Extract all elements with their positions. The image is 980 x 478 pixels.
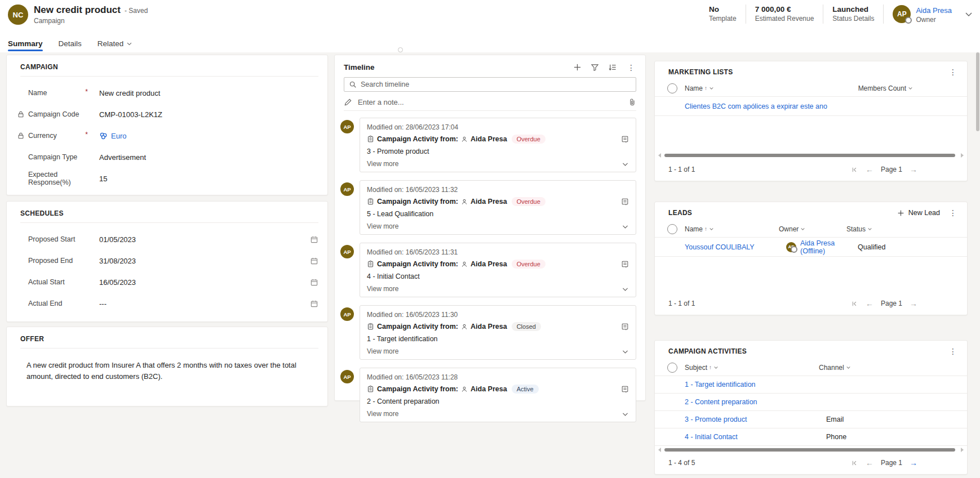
horizontal-scrollbar[interactable]	[658, 447, 964, 453]
entry-view-more[interactable]: View more	[367, 410, 398, 418]
campaign-activities-more-icon[interactable]: ⋮	[948, 347, 958, 355]
field-actual-end-value[interactable]: ---	[99, 300, 310, 308]
activity-subject-link[interactable]: 3 - Promote product	[685, 416, 826, 423]
calendar-icon[interactable]	[310, 278, 318, 287]
timeline-entry-box[interactable]: Modified on: 16/05/2023 11:28 Campaign A…	[360, 368, 636, 422]
entry-view-more[interactable]: View more	[367, 160, 398, 168]
field-currency-value[interactable]: Euro	[99, 132, 318, 140]
leads-more-icon[interactable]: ⋮	[948, 209, 958, 217]
first-page-icon[interactable]	[851, 300, 858, 307]
header-field-estimated-revenue[interactable]: 7 000,00 € Estimated Revenue	[755, 5, 814, 24]
timeline-more-icon[interactable]: ⋮	[626, 64, 636, 72]
note-entry-row[interactable]: Enter a note...	[344, 94, 636, 111]
entry-view-more[interactable]: View more	[367, 347, 398, 355]
marketing-lists-more-icon[interactable]: ⋮	[948, 68, 958, 76]
first-page-icon[interactable]	[851, 459, 858, 467]
activity-row[interactable]: 3 - Promote product Email	[655, 411, 967, 428]
select-all-checkbox[interactable]	[667, 224, 677, 234]
lead-owner-link[interactable]: Aida Presa (Offline)	[800, 239, 858, 255]
entry-person-name[interactable]: Aida Presa	[471, 323, 507, 330]
open-record-icon[interactable]	[621, 323, 629, 330]
chevron-down-icon[interactable]	[622, 348, 629, 355]
tab-summary[interactable]: Summary	[8, 35, 43, 52]
chevron-down-icon[interactable]	[622, 285, 629, 293]
header-collapse-chevron-icon[interactable]	[964, 10, 973, 19]
calendar-icon[interactable]	[310, 235, 318, 244]
column-owner[interactable]: Owner	[779, 225, 846, 233]
activity-row[interactable]: 1 - Target identification	[655, 376, 967, 394]
scrollbar-thumb[interactable]	[664, 448, 955, 452]
timeline-entry-box[interactable]: Modified on: 16/05/2023 11:32 Campaign A…	[360, 180, 636, 235]
field-campaign-type-value[interactable]: Advertisement	[99, 153, 318, 162]
select-all-checkbox[interactable]	[667, 83, 677, 93]
previous-page-icon[interactable]: ←	[866, 300, 873, 307]
timeline-entry-box[interactable]: Modified on: 16/05/2023 11:30 Campaign A…	[360, 305, 636, 360]
activity-row[interactable]: 2 - Content preparation	[655, 394, 967, 411]
first-page-icon[interactable]	[851, 166, 858, 173]
next-page-icon[interactable]: →	[910, 166, 917, 173]
previous-page-icon[interactable]: ←	[866, 459, 873, 467]
scrollbar-thumb[interactable]	[664, 154, 955, 157]
open-record-icon[interactable]	[621, 135, 629, 143]
owner-field[interactable]: AP Aida Presa Owner	[893, 5, 952, 24]
field-proposed-end-value[interactable]: 31/08/2023	[99, 257, 310, 265]
field-name-value[interactable]: New credit product	[99, 89, 318, 97]
lead-row[interactable]: Youssouf COULIBALY AP Aida Presa (Offlin…	[655, 238, 967, 257]
header-field-status-details[interactable]: Launched Status Details	[832, 5, 874, 24]
timeline-search-input[interactable]	[361, 81, 631, 88]
activity-subject-link[interactable]: 1 - Target identification	[685, 381, 826, 388]
entry-person-name[interactable]: Aida Presa	[471, 385, 507, 393]
offer-text[interactable]: A new credit product from Insurer A that…	[7, 349, 327, 382]
open-record-icon[interactable]	[621, 385, 629, 393]
entry-view-more[interactable]: View more	[367, 285, 398, 293]
entry-person-name[interactable]: Aida Presa	[471, 198, 507, 206]
scroll-left-arrow[interactable]	[658, 153, 661, 158]
calendar-icon[interactable]	[310, 257, 318, 265]
column-name[interactable]: Name ↑	[685, 225, 779, 233]
column-name[interactable]: Name ↑	[685, 84, 851, 92]
marketing-list-name-link[interactable]: Clientes B2C com apólices a expirar este…	[685, 102, 827, 110]
field-actual-start-value[interactable]: 16/05/2023	[99, 278, 310, 287]
activity-subject-link[interactable]: 2 - Content preparation	[685, 398, 826, 406]
column-members-count[interactable]: Members Count	[858, 84, 913, 92]
previous-page-icon[interactable]: ←	[866, 166, 873, 173]
timeline-sort-icon[interactable]	[608, 63, 617, 72]
chevron-down-icon[interactable]	[622, 160, 629, 168]
scroll-right-arrow[interactable]	[961, 448, 964, 452]
timeline-entry-box[interactable]: Modified on: 28/06/2023 17:04 Campaign A…	[360, 118, 636, 172]
horizontal-scrollbar[interactable]	[658, 153, 964, 158]
open-record-icon[interactable]	[621, 260, 629, 268]
entry-person-name[interactable]: Aida Presa	[471, 135, 507, 143]
open-record-icon[interactable]	[621, 198, 629, 206]
field-proposed-start-value[interactable]: 01/05/2023	[99, 235, 310, 244]
calendar-icon[interactable]	[310, 300, 318, 308]
select-all-checkbox[interactable]	[667, 363, 677, 373]
tab-details[interactable]: Details	[59, 35, 82, 52]
lead-name-link[interactable]: Youssouf COULIBALY	[685, 243, 786, 251]
scrollbar-thumb[interactable]	[976, 52, 979, 131]
column-subject[interactable]: Subject ↑	[685, 364, 819, 372]
field-expected-response-value[interactable]: 15	[99, 175, 318, 183]
owner-name-link[interactable]: Aida Presa	[916, 6, 952, 15]
tab-related[interactable]: Related	[97, 35, 133, 52]
section-resize-handle[interactable]	[398, 47, 403, 52]
next-page-icon[interactable]: →	[910, 459, 917, 467]
activity-row[interactable]: 4 - Initial Contact Phone	[655, 428, 967, 446]
scroll-right-arrow[interactable]	[961, 153, 964, 158]
timeline-entry-box[interactable]: Modified on: 16/05/2023 11:31 Campaign A…	[360, 243, 636, 297]
header-field-template[interactable]: No Template	[709, 5, 737, 24]
column-channel[interactable]: Channel	[819, 364, 851, 372]
entry-view-more[interactable]: View more	[367, 222, 398, 230]
scroll-left-arrow[interactable]	[658, 448, 661, 452]
new-lead-button[interactable]: New Lead	[897, 209, 940, 217]
next-page-icon[interactable]: →	[910, 300, 917, 307]
chevron-down-icon[interactable]	[622, 223, 629, 230]
column-status[interactable]: Status	[846, 225, 872, 233]
chevron-down-icon[interactable]	[622, 410, 629, 418]
timeline-add-icon[interactable]	[573, 63, 582, 72]
timeline-filter-icon[interactable]	[591, 63, 599, 72]
page-scrollbar[interactable]	[975, 52, 979, 478]
entry-person-name[interactable]: Aida Presa	[471, 260, 507, 268]
activity-subject-link[interactable]: 4 - Initial Contact	[685, 433, 826, 441]
marketing-list-row[interactable]: Clientes B2C com apólices a expirar este…	[655, 97, 967, 116]
